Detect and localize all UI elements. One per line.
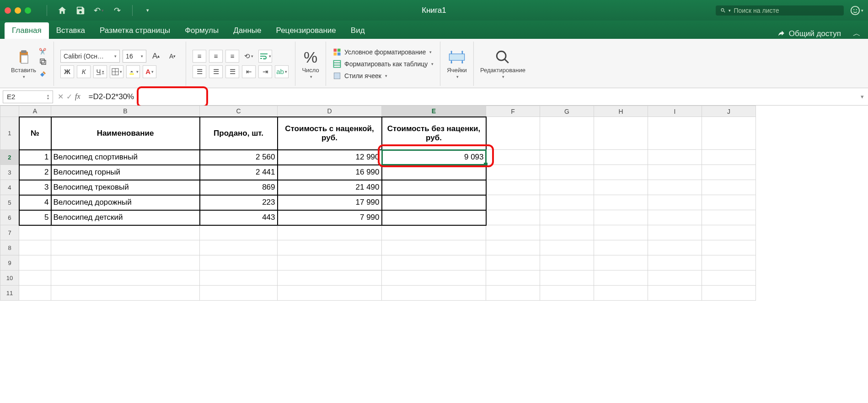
cell-B2[interactable]: Велосипед спортивный [51, 150, 200, 165]
search-input[interactable] [734, 7, 839, 14]
font-color-button[interactable]: A▾ [143, 65, 156, 78]
cell-A3[interactable]: 2 [19, 165, 51, 180]
cell-E1[interactable]: Стоимость без наценки, руб. [382, 117, 486, 150]
cell-B5[interactable]: Велосипед дорожный [51, 195, 200, 210]
paste-button[interactable]: Вставить▾ [11, 48, 36, 79]
row-header-6[interactable]: 6 [0, 210, 19, 225]
font-name-select[interactable]: Calibri (Осн…▾ [60, 50, 120, 63]
spreadsheet-grid[interactable]: A B C D E F G H I J 1 № Наименование Про… [0, 106, 756, 301]
minimize-window-icon[interactable] [15, 7, 21, 14]
align-top-icon[interactable]: ≡ [193, 50, 206, 63]
cell-C3[interactable]: 2 441 [200, 165, 278, 180]
col-header-E[interactable]: E [382, 106, 486, 117]
align-right-icon[interactable]: ☰ [225, 65, 239, 78]
align-bottom-icon[interactable]: ≡ [225, 50, 239, 63]
col-header-H[interactable]: H [594, 106, 648, 117]
row-header-1[interactable]: 1 [0, 117, 19, 150]
cell-D2[interactable]: 12 990 [278, 150, 382, 165]
cell-C4[interactable]: 869 [200, 180, 278, 195]
select-all-corner[interactable] [0, 106, 19, 117]
cell-A5[interactable]: 4 [19, 195, 51, 210]
wrap-text-icon[interactable]: ▾ [258, 50, 272, 63]
cell-E5[interactable] [382, 195, 486, 210]
tab-formulas[interactable]: Формулы [177, 22, 226, 39]
align-left-icon[interactable]: ☰ [193, 65, 206, 78]
tab-insert[interactable]: Вставка [49, 22, 92, 39]
underline-button[interactable]: Ч▾ [93, 65, 107, 78]
shrink-font-icon[interactable]: A▾ [166, 50, 179, 63]
cell-D6[interactable]: 7 990 [278, 210, 382, 225]
fx-icon[interactable]: fx [75, 92, 80, 101]
row-header-10[interactable]: 10 [0, 270, 19, 286]
col-header-B[interactable]: B [51, 106, 200, 117]
align-middle-icon[interactable]: ≡ [209, 50, 223, 63]
cell-A1[interactable]: № [19, 117, 51, 150]
row-header-2[interactable]: 2 [0, 150, 19, 165]
merge-cells-icon[interactable]: ab▾ [275, 65, 289, 78]
tab-home[interactable]: Главная [5, 22, 49, 39]
undo-icon[interactable]: ↶▾ [94, 5, 104, 16]
cell-D5[interactable]: 17 990 [278, 195, 382, 210]
cut-icon[interactable]: ✂️ [39, 48, 47, 55]
col-header-F[interactable]: F [486, 106, 540, 117]
cell-D1[interactable]: Стоимость с наценкой, руб. [278, 117, 382, 150]
cell-B3[interactable]: Велосипед горный [51, 165, 200, 180]
cell-B1[interactable]: Наименование [51, 117, 200, 150]
orientation-icon[interactable]: ⟲▾ [242, 50, 256, 63]
tab-page-layout[interactable]: Разметка страницы [92, 22, 177, 39]
col-header-A[interactable]: A [19, 106, 51, 117]
close-window-icon[interactable] [5, 7, 11, 14]
name-box[interactable]: E2 ▴▾ [3, 90, 53, 103]
formula-input[interactable]: =D2-D2*30% [85, 92, 856, 101]
cell-B4[interactable]: Велосипед трековый [51, 180, 200, 195]
row-header-8[interactable]: 8 [0, 240, 19, 255]
fill-color-button[interactable]: ▾ [126, 65, 140, 78]
quick-access-more-icon[interactable]: ▾ [143, 5, 153, 16]
align-center-icon[interactable]: ☰ [209, 65, 223, 78]
redo-icon[interactable]: ↷ [112, 5, 122, 16]
bold-button[interactable]: Ж [60, 65, 74, 78]
maximize-window-icon[interactable] [25, 7, 31, 14]
share-button[interactable]: Общий доступ ︿ [777, 28, 863, 39]
cell-A2[interactable]: 1 [19, 150, 51, 165]
cell-A6[interactable]: 5 [19, 210, 51, 225]
tab-view[interactable]: Вид [343, 22, 372, 39]
row-header-4[interactable]: 4 [0, 180, 19, 195]
expand-formula-bar-icon[interactable]: ▾ [856, 93, 868, 100]
cell-E6[interactable] [382, 210, 486, 225]
accept-formula-icon[interactable]: ✓ [66, 92, 72, 101]
copy-icon[interactable] [39, 58, 47, 67]
number-format-button[interactable]: % Число▾ [302, 48, 319, 79]
row-header-9[interactable]: 9 [0, 255, 19, 270]
sheet-search[interactable]: ▾ [716, 5, 844, 16]
italic-button[interactable]: К [77, 65, 91, 78]
collapse-ribbon-icon[interactable]: ︿ [853, 28, 861, 39]
increase-indent-icon[interactable]: ⇥ [258, 65, 272, 78]
col-header-I[interactable]: I [648, 106, 702, 117]
cell-C5[interactable]: 223 [200, 195, 278, 210]
grow-font-icon[interactable]: A▴ [149, 50, 163, 63]
editing-button[interactable]: Редактирование▾ [480, 48, 525, 79]
tab-data[interactable]: Данные [226, 22, 268, 39]
cancel-formula-icon[interactable]: ✕ [58, 92, 64, 101]
col-header-G[interactable]: G [540, 106, 594, 117]
font-size-select[interactable]: 16▾ [123, 50, 146, 63]
row-header-5[interactable]: 5 [0, 195, 19, 210]
cell-D4[interactable]: 21 490 [278, 180, 382, 195]
cell-E4[interactable] [382, 180, 486, 195]
conditional-formatting-button[interactable]: Условное форматирование▾ [332, 48, 434, 57]
home-icon[interactable] [57, 5, 67, 16]
cell-B6[interactable]: Велосипед детский [51, 210, 200, 225]
col-header-J[interactable]: J [702, 106, 756, 117]
col-header-D[interactable]: D [278, 106, 382, 117]
tab-review[interactable]: Рецензирование [269, 22, 343, 39]
cell-E3[interactable] [382, 165, 486, 180]
cells-button[interactable]: Ячейки▾ [447, 48, 467, 79]
format-painter-icon[interactable] [39, 70, 47, 80]
fill-handle[interactable] [484, 163, 488, 166]
cell-C6[interactable]: 443 [200, 210, 278, 225]
save-icon[interactable] [75, 5, 86, 16]
borders-button[interactable]: ▾ [110, 65, 123, 78]
cell-A4[interactable]: 3 [19, 180, 51, 195]
row-header-7[interactable]: 7 [0, 225, 19, 240]
